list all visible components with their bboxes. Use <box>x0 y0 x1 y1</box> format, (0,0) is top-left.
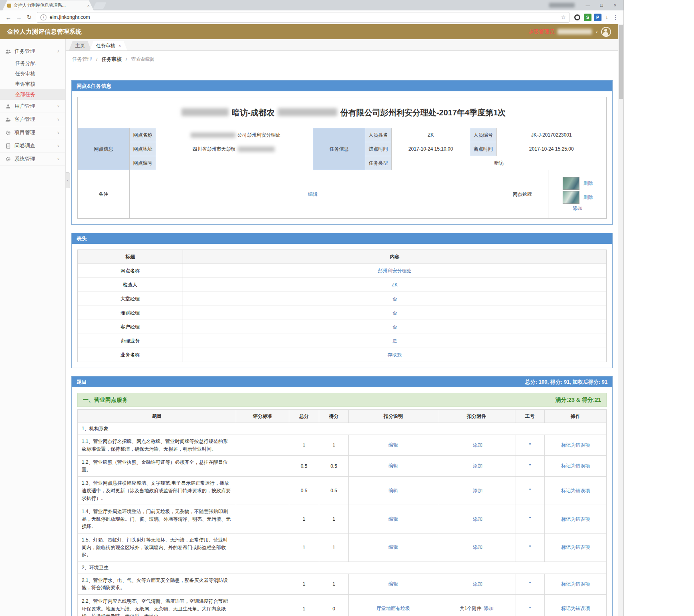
mark-error-link[interactable]: 标记为错误项 <box>561 488 590 493</box>
mark-error-link[interactable]: 标记为错误项 <box>561 606 590 611</box>
row-content[interactable]: 是 <box>183 334 607 348</box>
sidebar-group-project-mgmt[interactable]: 项目管理 ∨ <box>0 126 65 139</box>
empno-cell[interactable]: '' <box>515 435 545 456</box>
sidebar-item-all-tasks[interactable]: 全部任务 <box>0 89 65 100</box>
mark-error-link[interactable]: 标记为错误项 <box>561 442 590 448</box>
edit-deduct-link[interactable]: 编辑 <box>388 544 398 550</box>
browser-tab-title: 金控人力测评信息管理系... <box>14 2 85 8</box>
score-value[interactable]: 1 <box>319 505 349 533</box>
browser-tab[interactable]: 金控人力测评信息管理系... × <box>2 0 94 10</box>
delete-photo-link[interactable]: 删除 <box>583 194 593 201</box>
sidebar-collapse-handle[interactable]: ‹ <box>66 172 70 188</box>
user-icon <box>6 104 11 109</box>
add-attach-link[interactable]: 添加 <box>473 516 483 522</box>
time-out-value[interactable]: 2017-10-24 15:25:00 <box>497 142 607 156</box>
address-bar[interactable]: i eim.jinkonghr.com ☆ <box>37 12 569 23</box>
extension-ring-icon[interactable] <box>574 14 580 20</box>
row-content[interactable]: 否 <box>183 292 607 306</box>
mark-error-link[interactable]: 标记为错误项 <box>561 544 590 550</box>
empno-cell[interactable]: '' <box>515 505 545 533</box>
add-attach-link[interactable]: 添加 <box>473 463 483 469</box>
score-value[interactable]: 1 <box>319 574 349 594</box>
breadcrumb-task-mgmt[interactable]: 任务管理 <box>72 56 92 63</box>
extension-s-icon[interactable]: S <box>584 14 591 21</box>
add-attach-link[interactable]: 添加 <box>473 581 483 587</box>
mark-error-link[interactable]: 标记为错误项 <box>561 463 590 469</box>
page-info-icon[interactable]: i <box>40 14 46 20</box>
tab-task-review[interactable]: 任务审核 × <box>90 41 127 50</box>
edit-deduct-link[interactable]: 编辑 <box>388 463 398 469</box>
row-content[interactable]: 存取款 <box>183 348 607 362</box>
score-value[interactable]: 1 <box>319 533 349 562</box>
window-controls: — □ × <box>549 0 622 10</box>
maximize-button[interactable]: □ <box>595 0 608 10</box>
sidebar-group-customer-mgmt[interactable]: 客户管理 ∨ <box>0 113 65 126</box>
bookmark-star-icon[interactable]: ☆ <box>561 14 566 20</box>
deduct-reason-link[interactable]: 厅堂地面有垃圾 <box>376 606 410 611</box>
row-content[interactable]: ZK <box>183 278 607 292</box>
user-avatar-icon[interactable] <box>601 27 611 37</box>
edit-deduct-link[interactable]: 编辑 <box>388 488 398 493</box>
new-tab-button[interactable] <box>93 2 106 9</box>
sidebar-group-task-mgmt[interactable]: 任务管理 ∧ <box>0 45 65 58</box>
back-button[interactable]: ← <box>3 14 14 21</box>
mark-error-link[interactable]: 标记为错误项 <box>561 516 590 522</box>
sidebar-group-survey[interactable]: 问卷调查 ∨ <box>0 139 65 153</box>
row-content[interactable]: 否 <box>183 306 607 320</box>
sidebar-group-user-mgmt[interactable]: 用户管理 ∨ <box>0 100 65 113</box>
add-attach-link[interactable]: 添加 <box>473 488 483 493</box>
chevron-down-icon: ∨ <box>57 131 60 135</box>
time-in-value[interactable]: 2017-10-24 15:10:00 <box>392 142 470 156</box>
sidebar: 任务管理 ∧ 任务分配 任务审核 申诉审核 全部任务 用户管理 ∨ 客户管理 ∨ <box>0 39 66 616</box>
score-value[interactable]: 0.5 <box>319 456 349 477</box>
refresh-button[interactable]: ↻ <box>24 14 34 21</box>
edit-deduct-link[interactable]: 编辑 <box>388 442 398 448</box>
score-value[interactable]: 0.5 <box>319 477 349 505</box>
delete-photo-link[interactable]: 删除 <box>583 180 593 187</box>
question-row: 1.5、灯箱、霓虹灯、门头射灯等无损坏、无污渍，正常使用。营业时间内，除临街的现… <box>78 533 607 562</box>
deduct-cell: 编辑 <box>349 505 438 533</box>
column-header-content: 内容 <box>183 250 607 264</box>
minimize-button[interactable]: — <box>581 0 595 10</box>
tab-home[interactable]: 主页 <box>69 41 91 50</box>
row-content[interactable]: 否 <box>183 320 607 334</box>
sidebar-item-appeal-review[interactable]: 申诉审核 <box>0 79 65 89</box>
plate-photo[interactable] <box>563 191 579 204</box>
remark-edit-link[interactable]: 编辑 <box>308 191 318 197</box>
browser-menu-icon[interactable]: ⋮ <box>611 14 620 21</box>
page-scrollbar[interactable] <box>618 24 624 616</box>
scrollbar-thumb[interactable] <box>619 25 623 99</box>
site-task-info-panel: 网点&任务信息 暗访-成都农份有限公司彭州利安分理处-2017年4季度第1次 <box>71 80 613 225</box>
close-button[interactable]: × <box>608 0 622 10</box>
download-icon[interactable]: ↓ <box>603 14 611 20</box>
row-content[interactable]: 彭州利安分理处 <box>183 264 607 278</box>
score-value[interactable]: 0 <box>319 594 349 616</box>
add-photo-link[interactable]: 添加 <box>573 205 583 212</box>
extension-p-icon[interactable]: P <box>594 14 601 21</box>
tab-close-icon[interactable]: × <box>119 44 121 48</box>
add-attach-link[interactable]: 添加 <box>484 606 493 611</box>
add-attach-link[interactable]: 添加 <box>473 442 483 448</box>
tab-close-icon[interactable]: × <box>87 3 90 8</box>
empno-cell[interactable]: '' <box>515 477 545 505</box>
forward-button[interactable]: → <box>14 14 24 21</box>
edit-deduct-link[interactable]: 编辑 <box>388 581 398 587</box>
admin-account-area[interactable]: 超级管理员 ∨ <box>528 27 611 37</box>
empno-cell[interactable]: '' <box>515 533 545 562</box>
add-attach-link[interactable]: 添加 <box>473 544 483 550</box>
score-value[interactable]: 1 <box>319 435 349 456</box>
empno-cell[interactable]: '' <box>515 456 545 477</box>
site-code-label: 网点编号 <box>130 156 156 170</box>
sidebar-item-task-assign[interactable]: 任务分配 <box>0 58 65 68</box>
chevron-down-icon[interactable]: ∨ <box>595 30 598 34</box>
empno-cell[interactable]: '' <box>515 574 545 594</box>
column-header: 工号 <box>515 410 545 423</box>
empno-cell[interactable]: '' <box>515 594 545 616</box>
sidebar-item-task-review[interactable]: 任务审核 <box>0 68 65 79</box>
edit-deduct-link[interactable]: 编辑 <box>388 516 398 522</box>
sidebar-group-system-mgmt[interactable]: 系统管理 ∨ <box>0 153 65 166</box>
mark-error-link[interactable]: 标记为错误项 <box>561 581 590 587</box>
plate-photo[interactable] <box>563 177 579 190</box>
breadcrumb: 任务管理 / 任务审核 / 查看&编辑 <box>66 51 618 68</box>
breadcrumb-task-review[interactable]: 任务审核 <box>101 56 121 63</box>
